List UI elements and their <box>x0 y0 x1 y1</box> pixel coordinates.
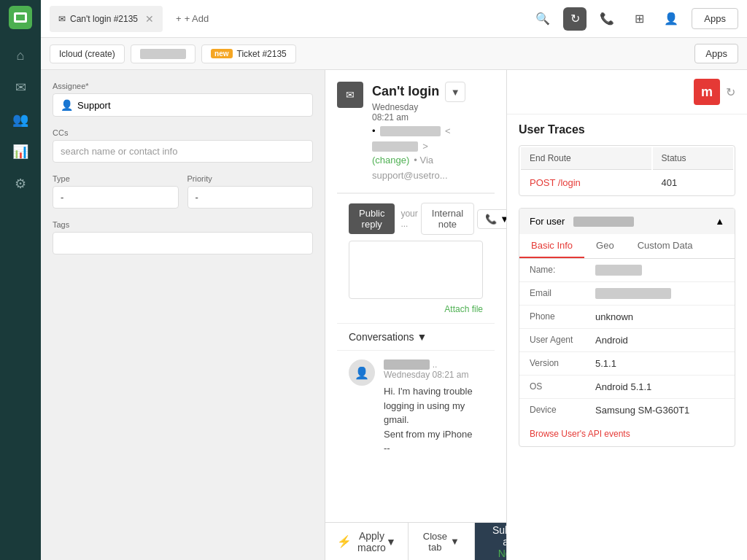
browse-api-link[interactable]: Browse User's API events <box>519 421 735 446</box>
call-button[interactable]: 📞 ▼ <box>477 209 506 229</box>
change-link[interactable]: (change) <box>372 155 409 166</box>
reply-textarea[interactable] <box>349 241 483 299</box>
apply-macro-left: ⚡ Apply macro <box>337 530 386 553</box>
conversations-label: Conversations <box>349 331 414 343</box>
conv-msg-sent: Sent from my iPhone <box>384 427 483 442</box>
apps-button[interactable]: Apps <box>692 8 738 29</box>
nav-item-tickets[interactable]: ✉ <box>6 73 35 102</box>
user-tabs: Basic Info Geo Custom Data <box>519 234 735 259</box>
nav-logo[interactable] <box>9 6 32 29</box>
nav-item-settings[interactable]: ⚙ <box>6 169 35 198</box>
ticket-number-label: Ticket #2135 <box>237 49 287 59</box>
for-user-name-blurred <box>573 217 634 227</box>
for-user-header[interactable]: For user ▲ <box>519 209 735 234</box>
traces-table: End Route Status POST /login 401 <box>519 145 735 196</box>
right-panel: m ↻ User Traces End Route Status POST <box>506 70 747 560</box>
add-button[interactable]: + + Add <box>169 9 216 28</box>
grid-icon-button[interactable]: ⊞ <box>627 7 651 31</box>
user-traces-title: User Traces <box>519 123 735 136</box>
type-priority-row: Type - Priority - <box>53 174 313 220</box>
user-info-phone: Phone unknown <box>519 306 735 329</box>
user-info-os: OS Android 5.1.1 <box>519 376 735 399</box>
ticket-tab-close-icon[interactable]: ✕ <box>145 14 154 24</box>
conv-msg-meta-block: .. Wednesday 08:21 am Hi. I'm having tro… <box>384 359 483 456</box>
conv-msg-body: Hi. I'm having trouble logging in using … <box>384 384 483 456</box>
breadcrumb-user[interactable] <box>131 44 196 63</box>
os-label: OS <box>530 381 595 392</box>
ticket-from-arrow: < <box>445 125 451 136</box>
ticket-from-blurred <box>380 126 441 136</box>
conv-msg-header: 👤 .. Wednesday 08:21 am Hi. I'm having t… <box>349 359 483 456</box>
submit-group: Submit as New ▲ <box>475 523 506 560</box>
tags-group: Tags <box>53 220 313 254</box>
breadcrumb-bar: Icloud (create) new Ticket #2135 Apps <box>41 38 747 70</box>
priority-select[interactable]: - <box>187 186 314 209</box>
for-user-section: For user ▲ Basic Info Geo <box>519 208 735 447</box>
ticket-ellipsis: > <box>422 141 428 152</box>
email-label: Email <box>530 288 595 299</box>
apply-macro-button[interactable]: ⚡ Apply macro ▼ <box>325 523 409 560</box>
apply-macro-label: Apply macro <box>357 530 386 553</box>
main-area: ✉ Can't login #2135 ✕ + + Add 🔍 ↻ 📞 ⊞ 👤 … <box>41 0 747 560</box>
content-layout: Assignee* 👤 Support CCs Type - <box>41 70 747 560</box>
for-user-label-group: For user <box>530 216 634 227</box>
user-icon-button[interactable]: 👤 <box>659 7 683 31</box>
call-chevron-icon: ▼ <box>500 214 506 225</box>
name-label: Name: <box>530 265 595 276</box>
tab-custom-data[interactable]: Custom Data <box>626 234 705 258</box>
phone-label: Phone <box>530 311 595 322</box>
ticket-message-time: 08:21 am <box>372 112 495 122</box>
right-panel-logo: m <box>694 79 720 105</box>
nav-item-home[interactable]: ⌂ <box>6 41 35 70</box>
user-info-device: Device Samsung SM-G360T1 <box>519 399 735 421</box>
submit-status: New <box>498 548 506 559</box>
nav-item-reports[interactable]: 📊 <box>6 137 35 166</box>
submit-button[interactable]: Submit as New <box>475 523 506 560</box>
traces-col2-header: Status <box>653 147 733 170</box>
tags-label: Tags <box>53 220 313 229</box>
version-label: Version <box>530 358 595 369</box>
public-reply-tab[interactable]: Public reply <box>349 203 395 234</box>
ticket-tab-label: Can't login #2135 <box>70 14 138 24</box>
reply-tabs: Public reply your ... Internal note 📞 ▼ <box>349 203 483 235</box>
close-tab-button[interactable]: Close tab ▼ <box>409 523 475 560</box>
breadcrumb-icloud[interactable]: Icloud (create) <box>50 44 125 63</box>
submit-label: Submit as <box>492 524 506 548</box>
ccs-input[interactable] <box>53 140 313 163</box>
search-icon-button[interactable]: 🔍 <box>531 7 554 31</box>
nav-sidebar: ⌂ ✉ 👥 📊 ⚙ <box>0 0 41 560</box>
phone-icon-button[interactable]: 📞 <box>595 7 619 31</box>
close-tab-chevron-icon: ▼ <box>450 536 460 547</box>
traces-route-link[interactable]: POST /login <box>530 177 581 188</box>
type-select[interactable]: - <box>53 186 179 209</box>
assignee-input[interactable]: 👤 Support <box>53 93 313 117</box>
tags-input[interactable] <box>53 232 313 254</box>
apps-button-right[interactable]: Apps <box>694 44 738 63</box>
priority-col: Priority - <box>187 174 314 220</box>
nav-item-contacts[interactable]: 👥 <box>6 105 35 134</box>
user-agent-value: Android <box>595 335 628 346</box>
logo-letter: m <box>701 85 713 100</box>
traces-status: 401 <box>653 171 733 194</box>
right-panel-refresh-icon[interactable]: ↻ <box>726 85 735 99</box>
os-value: Android 5.1.1 <box>595 381 651 392</box>
tab-geo[interactable]: Geo <box>584 234 626 258</box>
conv-msg-timestamp: Wednesday 08:21 am <box>384 370 469 380</box>
ticket-dropdown-arrow-icon[interactable]: ▼ <box>445 82 465 102</box>
reply-area: Public reply your ... Internal note 📞 ▼ … <box>337 193 495 323</box>
conversations-header[interactable]: Conversations ▼ <box>349 331 483 343</box>
assignee-label: Assignee* <box>53 82 313 90</box>
internal-note-tab[interactable]: Internal note <box>421 203 474 235</box>
refresh-icon-button[interactable]: ↻ <box>563 7 587 31</box>
conversations-chevron-icon: ▼ <box>417 331 427 343</box>
ticket-change-row: (change) • Via support@usetro... <box>372 155 495 181</box>
sender-name-blurred <box>384 359 430 370</box>
ticket-message-meta-row: • < > <box>372 125 495 152</box>
ticket-tab[interactable]: ✉ Can't login #2135 ✕ <box>50 6 163 32</box>
tab-basic-info[interactable]: Basic Info <box>519 234 584 258</box>
priority-group: Priority - <box>187 174 314 209</box>
attach-file-link[interactable]: Attach file <box>349 304 483 314</box>
type-group: Type - <box>53 174 179 209</box>
breadcrumb-ticket[interactable]: new Ticket #2135 <box>201 44 296 63</box>
conv-msg-line1: Hi. I'm having trouble logging in using … <box>384 384 483 427</box>
